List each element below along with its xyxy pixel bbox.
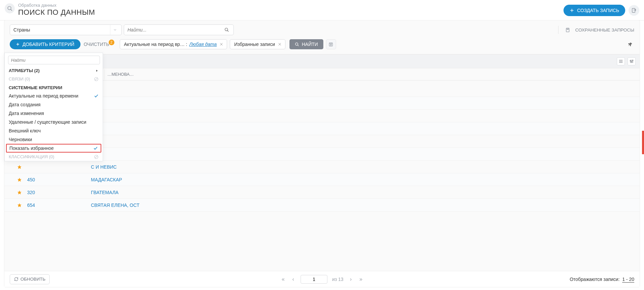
svg-point-14 [295,43,298,45]
dropdown-item-drafts[interactable]: Черновики [5,135,103,144]
svg-marker-33 [17,165,21,169]
refresh-button[interactable]: ОБНОВИТЬ [10,274,50,284]
row-name[interactable]: С И НЕВИС [91,164,117,170]
saved-queries-link[interactable]: СОХРАНЕННЫЕ ЗАПРОСЫ [558,26,634,34]
page-total: из 13 [332,277,343,282]
dropdown-item-extkey[interactable]: Внешний ключ [5,126,103,135]
dropdown-item-modified[interactable]: Дата изменения [5,109,103,118]
check-icon [93,146,98,151]
row-name[interactable]: ГВАТЕМАЛА [91,190,118,195]
pin-icon[interactable] [628,42,634,47]
chevron-down-icon [110,25,119,35]
filter-top-row: Страны СОХРАНЕННЫЕ ЗАПРОСЫ [4,20,640,37]
svg-marker-35 [17,190,21,194]
dropdown-item-period[interactable]: Актуальные на период времени [5,92,103,100]
pager: « ‹ из 13 › » [280,275,364,284]
table-row[interactable]: 450МАДАГАСКАР [4,173,640,186]
search-icon [5,3,15,13]
create-record-button[interactable]: СОЗДАТЬ ЗАПИСЬ [564,5,625,16]
save-query-icon[interactable] [326,39,336,49]
pager-last-icon[interactable]: » [358,276,364,282]
svg-point-26 [632,60,633,61]
settings-icon[interactable] [628,57,636,65]
star-icon[interactable] [17,203,24,208]
svg-point-24 [630,60,631,61]
svg-rect-4 [632,8,635,12]
pager-next-icon[interactable]: › [348,276,354,282]
search-field[interactable] [127,27,222,33]
density-icon[interactable] [617,57,625,65]
dropdown-search-input[interactable] [11,58,97,63]
blocked-icon [94,155,99,159]
table-footer: ОБНОВИТЬ « ‹ из 13 › » Отображаются запи… [4,271,640,287]
chip-favorites[interactable]: Избранные записи [230,39,285,49]
dropdown-section-links: СВЯЗИ (0) [5,75,103,83]
refresh-label: ОБНОВИТЬ [20,277,45,282]
chip-period[interactable]: Актуальные на период вр… : Любая дата [120,39,227,49]
table-row[interactable]: С И НЕВИС [4,161,640,173]
find-label: НАЙТИ [302,42,318,47]
chip-period-label: Актуальные на период вр… : [124,42,187,47]
check-icon [94,94,99,98]
entity-select-value: Страны [13,27,110,33]
dropdown-search[interactable] [8,56,100,64]
breadcrumb: Обработка данных [18,3,95,8]
find-button[interactable]: НАЙТИ [289,39,323,49]
saved-queries-label: СОХРАНЕННЫЕ ЗАПРОСЫ [575,27,634,33]
svg-line-41 [95,155,98,158]
search-icon[interactable] [222,27,231,32]
export-icon[interactable] [629,5,639,16]
side-handle[interactable] [642,131,644,154]
close-icon[interactable] [277,42,282,46]
clear-label: ОЧИСТИТЬ [84,42,109,47]
svg-rect-7 [567,28,570,32]
page-input[interactable] [301,275,327,284]
table-row[interactable]: 320ГВАТЕМАЛА [4,186,640,199]
chip-period-value[interactable]: Любая дата [189,42,217,47]
svg-point-0 [8,6,11,10]
svg-line-1 [10,9,12,10]
dropdown-item-created[interactable]: Дата создания [5,100,103,109]
criteria-dropdown: АТРИБУТЫ (2) СВЯЗИ (0) СИСТЕМНЫЕ КРИТЕРИ… [4,53,103,161]
chip-favorites-label: Избранные записи [234,42,275,47]
page-title: ПОИСК ПО ДАННЫМ [18,8,95,17]
close-icon[interactable] [219,42,224,46]
add-criteria-label: ДОБАВИТЬ КРИТЕРИЙ [22,42,74,47]
records-range: 1 - 20 [622,277,634,283]
row-code[interactable]: 654 [24,202,91,208]
svg-marker-37 [96,70,97,72]
star-icon[interactable] [17,177,24,182]
add-criteria-button[interactable]: ДОБАВИТЬ КРИТЕРИЙ [10,39,80,49]
records-count: Отображаются записи: 1 - 20 [570,277,634,282]
blocked-icon [94,77,99,81]
row-name[interactable]: СВЯТАЯ ЕЛЕНА, ОСТ [91,202,140,208]
svg-marker-36 [17,203,21,207]
search-input[interactable] [124,24,234,35]
create-record-label: СОЗДАТЬ ЗАПИСЬ [577,8,619,13]
svg-line-6 [227,31,229,32]
svg-point-25 [631,62,632,62]
row-code[interactable]: 450 [24,177,91,182]
dropdown-item-deleted[interactable]: Удаленные / существующие записи [5,118,103,126]
dropdown-section-attributes[interactable]: АТРИБУТЫ (2) [5,66,103,75]
criteria-row: ДОБАВИТЬ КРИТЕРИЙ ОЧИСТИТЬ 2 Актуальные … [4,37,640,54]
star-icon[interactable] [17,165,24,169]
star-icon[interactable] [17,190,24,195]
row-name[interactable]: МАДАГАСКАР [91,177,122,182]
chevron-right-icon [95,69,99,72]
dropdown-section-classification: КЛАССИФИКАЦИЯ (0) [5,153,103,161]
entity-select[interactable]: Страны [10,24,122,35]
dropdown-section-system: СИСТЕМНЫЕ КРИТЕРИИ [5,83,103,92]
clear-badge: 2 [109,40,114,45]
table-row[interactable]: 654СВЯТАЯ ЕЛЕНА, ОСТ [4,199,640,212]
row-code[interactable]: 320 [24,190,91,195]
pager-first-icon[interactable]: « [280,276,286,282]
svg-line-39 [95,77,98,80]
dropdown-item-show-favorites[interactable]: Показать избранное [6,144,101,153]
clear-button[interactable]: ОЧИСТИТЬ 2 [84,42,116,47]
svg-line-15 [298,45,299,46]
bookmark-icon [563,27,573,33]
app-header: Обработка данных ПОИСК ПО ДАННЫМ СОЗДАТЬ… [0,0,644,20]
pager-prev-icon[interactable]: ‹ [290,276,296,282]
svg-point-5 [225,28,228,31]
